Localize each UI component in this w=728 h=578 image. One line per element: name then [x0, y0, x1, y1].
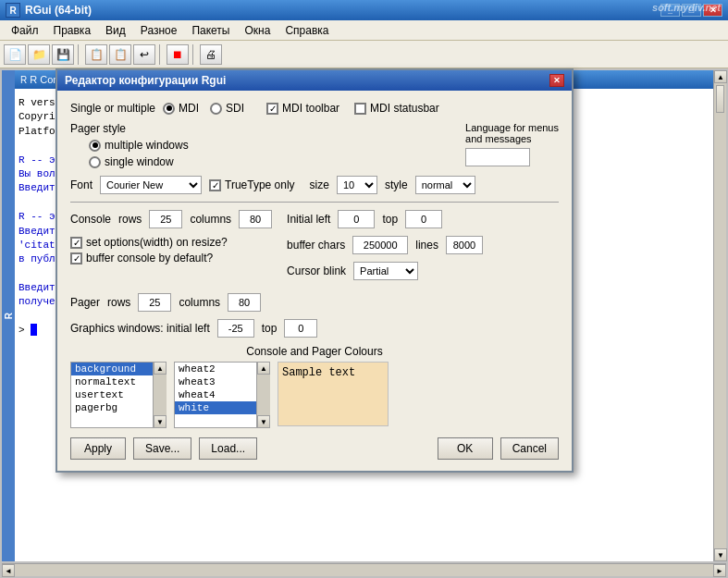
list1-scroll-track[interactable] — [154, 375, 167, 415]
lines-input[interactable] — [446, 236, 483, 254]
initial-left-input[interactable] — [338, 210, 375, 228]
cursor-blink-select[interactable]: Partial None Full — [353, 262, 418, 280]
pager-language-row: Pager style multiple windows single wind… — [70, 122, 559, 168]
colours-list2[interactable]: wheat2 wheat3 wheat4 white — [174, 362, 257, 428]
list2-scroll-down[interactable]: ▼ — [257, 415, 270, 428]
top-input1[interactable] — [405, 210, 442, 228]
console-prompt: > — [19, 325, 25, 336]
save-button[interactable]: Save... — [133, 437, 191, 460]
buffer-chars-label: buffer chars — [287, 239, 345, 252]
mdi-toolbar-checkbox[interactable]: MDI toolbar — [266, 102, 339, 115]
top-label1: top — [382, 213, 398, 226]
mdi-radio[interactable]: MDI — [163, 102, 199, 115]
mdi-statusbar-checkbox[interactable]: MDI statusbar — [354, 102, 439, 115]
truetype-box[interactable] — [209, 179, 221, 191]
mdi-statusbar-box[interactable] — [354, 103, 366, 115]
colours-list1[interactable]: background normaltext usertext pagerbg — [70, 362, 154, 428]
graphics-top-input[interactable] — [284, 319, 317, 338]
toolbar-sep1 — [78, 44, 81, 65]
list1-item-usertext[interactable]: usertext — [71, 388, 153, 401]
scroll-track[interactable] — [714, 83, 726, 548]
console-rows-input[interactable] — [149, 210, 182, 228]
graphics-left-input[interactable] — [217, 319, 254, 338]
multiple-windows-label: multiple windows — [105, 139, 189, 152]
font-size-select[interactable]: 10 — [337, 176, 377, 194]
scroll-left-btn[interactable]: ◄ — [2, 564, 15, 577]
set-options-box[interactable] — [70, 237, 82, 249]
single-window-label: single window — [105, 155, 174, 168]
toolbar-open[interactable]: 📁 — [28, 44, 50, 65]
buffer-chars-input[interactable] — [352, 236, 408, 254]
dialog-close-button[interactable]: ✕ — [549, 74, 564, 87]
sdi-radio[interactable]: SDI — [210, 102, 244, 115]
sdi-label: SDI — [226, 102, 244, 115]
list1-item-normaltext[interactable]: normaltext — [71, 375, 153, 388]
console-scrollbar-h[interactable]: ◄ ► — [2, 563, 726, 576]
colours-title: Console and Pager Colours — [70, 345, 559, 358]
list2-scroll-up[interactable]: ▲ — [257, 362, 270, 375]
toolbar-paste[interactable]: 📋 — [109, 44, 131, 65]
menu-view[interactable]: Вид — [98, 22, 133, 39]
scroll-right-btn[interactable]: ► — [713, 564, 726, 577]
toolbar-print[interactable]: 🖨 — [200, 44, 222, 65]
buffer-console-checkbox[interactable]: buffer console by default? — [70, 252, 272, 264]
menu-packages[interactable]: Пакеты — [184, 22, 237, 39]
load-button[interactable]: Load... — [199, 437, 257, 460]
graphics-label: Graphics windows: initial left — [70, 322, 210, 335]
mdi-label: MDI — [179, 102, 199, 115]
menu-windows[interactable]: Окна — [238, 22, 278, 39]
language-input[interactable] — [465, 148, 530, 166]
font-style-select[interactable]: normal — [415, 176, 475, 194]
single-window-radio[interactable]: single window — [89, 155, 189, 168]
toolbar-sep2 — [159, 44, 163, 65]
list2-scroll-track[interactable] — [257, 375, 270, 415]
multiple-windows-circle[interactable] — [89, 140, 101, 152]
colours-content: background normaltext usertext pagerbg ▲… — [70, 362, 559, 428]
toolbar-copy[interactable]: 📋 — [85, 44, 107, 65]
multiple-windows-radio[interactable]: multiple windows — [89, 139, 189, 152]
toolbar-save[interactable]: 💾 — [52, 44, 74, 65]
list1-scroll-down[interactable]: ▼ — [154, 415, 167, 428]
toolbar-undo[interactable]: ↩ — [133, 44, 155, 65]
console-columns-input[interactable] — [239, 210, 272, 228]
sample-text-area: Sample text — [278, 362, 389, 426]
console-right-params: Initial left top buffer chars lines Curs… — [287, 210, 483, 288]
scroll-down-btn[interactable]: ▼ — [714, 548, 727, 561]
list1-item-pagerbg[interactable]: pagerbg — [71, 401, 153, 414]
font-select[interactable]: Courier New — [100, 176, 202, 194]
pager-rows-input[interactable] — [138, 293, 171, 312]
menu-edit[interactable]: Правка — [46, 22, 99, 39]
pager-columns-input[interactable] — [228, 293, 261, 312]
sdi-radio-circle[interactable] — [210, 103, 222, 115]
scroll-up-btn[interactable]: ▲ — [714, 70, 727, 83]
apply-button[interactable]: Apply — [70, 437, 126, 460]
mdi-toolbar-label: MDI toolbar — [282, 102, 339, 115]
list1-scroll-up[interactable]: ▲ — [154, 362, 167, 375]
mdi-toolbar-box[interactable] — [266, 103, 278, 115]
list2-item-wheat2[interactable]: wheat2 — [175, 363, 256, 375]
buffer-chars-row: buffer chars lines — [287, 236, 483, 254]
scroll-thumb[interactable] — [716, 85, 724, 113]
toolbar-new[interactable]: 📄 — [4, 44, 26, 65]
cancel-button[interactable]: Cancel — [500, 437, 559, 460]
set-options-checkbox[interactable]: set options(width) on resize? — [70, 236, 272, 249]
truetype-checkbox[interactable]: TrueType only — [209, 178, 295, 191]
buffer-console-box[interactable] — [70, 252, 82, 264]
list2-item-white[interactable]: white — [175, 401, 256, 414]
toolbar-stop[interactable]: ⏹ — [167, 44, 189, 65]
single-window-circle[interactable] — [89, 156, 101, 168]
font-row: Font Courier New TrueType only size 10 s… — [70, 176, 559, 194]
dialog-buttons: Apply Save... Load... OK Cancel — [70, 437, 559, 460]
list1-item-background[interactable]: background — [71, 363, 153, 375]
console-label: Console — [70, 213, 111, 226]
ok-button[interactable]: OK — [438, 437, 493, 460]
list2-item-wheat3[interactable]: wheat3 — [175, 375, 256, 388]
menu-help[interactable]: Справка — [278, 22, 336, 39]
mdi-radio-circle[interactable] — [163, 103, 175, 115]
dialog-title-text: Редактор конфигурации Rgui — [65, 74, 226, 87]
list2-item-wheat4[interactable]: wheat4 — [175, 388, 256, 401]
scroll-h-track[interactable] — [15, 564, 713, 576]
menu-misc[interactable]: Разное — [133, 22, 185, 39]
console-scrollbar-v[interactable]: ▲ ▼ — [713, 70, 726, 561]
menu-file[interactable]: Файл — [4, 22, 46, 39]
